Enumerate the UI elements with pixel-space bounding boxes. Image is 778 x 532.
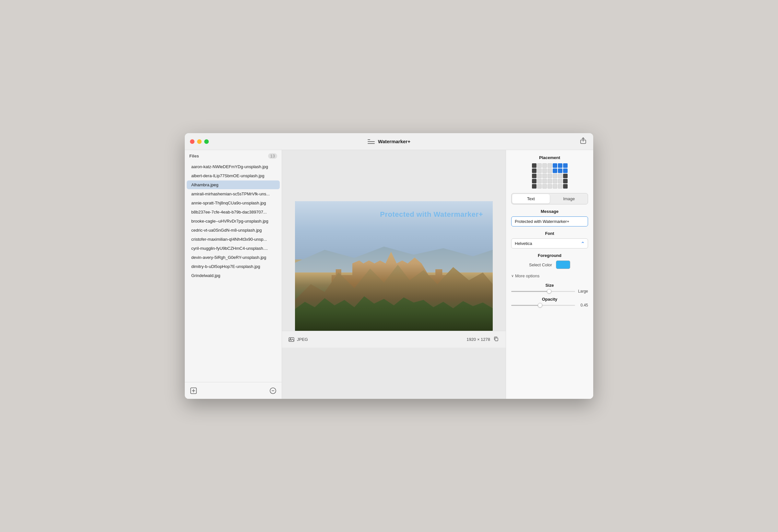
list-item[interactable]: cedric-vt-ua0SnGdN-m8-unsplash.jpg: [187, 226, 280, 235]
files-count: 13: [268, 153, 277, 159]
color-row: Select Color: [511, 261, 588, 269]
remove-file-button[interactable]: [269, 387, 277, 394]
list-item[interactable]: amirali-mirhashemian-sc5sTPMrVfk-uns...: [187, 189, 280, 198]
grid-cell-3-6[interactable]: [558, 174, 562, 178]
watermark-type-toggle: Text Image: [511, 193, 588, 204]
grid-cell-4-3[interactable]: [542, 179, 547, 183]
opacity-slider-container: 0.45: [511, 303, 588, 307]
grid-cell-1-2[interactable]: [537, 163, 542, 168]
grid-cell-4-6[interactable]: [558, 179, 562, 183]
slider-section: Size Large Opacity 0.45: [511, 283, 588, 307]
color-swatch[interactable]: [556, 261, 570, 269]
chevron-down-icon: ∨: [511, 274, 514, 278]
size-slider[interactable]: [511, 291, 575, 292]
list-item[interactable]: albert-dera-ILip77SbmOE-unsplash.jpg: [187, 171, 280, 180]
sidebar-toggle-icon[interactable]: [368, 139, 375, 144]
grid-cell-5-2[interactable]: [537, 184, 542, 189]
message-input[interactable]: [511, 216, 588, 227]
grid-cell-4-5[interactable]: [553, 179, 557, 183]
image-dimensions: 1920 × 1278: [466, 336, 499, 343]
grid-cell-1-5[interactable]: [553, 163, 557, 168]
grid-cell-4-1[interactable]: [532, 179, 537, 183]
sidebar: Files 13 aaron-katz-NWleDEFmYDg-unsplash…: [185, 150, 282, 399]
add-file-button[interactable]: [190, 387, 197, 394]
image-type-icon: [289, 337, 294, 343]
files-label: Files: [189, 154, 199, 159]
list-item[interactable]: dimitry-b-uDl5opHop7E-unsplash.jpg: [187, 262, 280, 271]
file-type-label: JPEG: [297, 337, 308, 342]
grid-cell-3-2[interactable]: [537, 174, 542, 178]
grid-cell-3-3[interactable]: [542, 174, 547, 178]
minimize-button[interactable]: [197, 139, 202, 144]
grid-cell-5-3[interactable]: [542, 184, 547, 189]
titlebar: Watermarker+: [185, 133, 593, 150]
list-item[interactable]: annie-spratt-Thj8nqCUa9o-unsplash.jpg: [187, 199, 280, 207]
more-options-toggle[interactable]: ∨ More options: [511, 273, 588, 278]
grid-cell-4-2[interactable]: [537, 179, 542, 183]
grid-cell-4-7[interactable]: [563, 179, 568, 183]
size-label: Size: [511, 283, 588, 288]
grid-cell-1-1[interactable]: [532, 163, 537, 168]
text-tab[interactable]: Text: [512, 194, 550, 203]
list-item[interactable]: cyril-mugglin-fyU9bCZHmC4-unsplash....: [187, 244, 280, 253]
grid-cell-3-1[interactable]: [532, 174, 537, 178]
grid-cell-2-6[interactable]: [558, 169, 562, 173]
sidebar-footer: [185, 382, 282, 399]
file-list[interactable]: aaron-katz-NWleDEFmYDg-unsplash.jpg albe…: [185, 161, 282, 382]
grid-cell-5-5[interactable]: [553, 184, 557, 189]
grid-cell-1-7[interactable]: [563, 163, 568, 168]
app-window: Watermarker+ Files 13 aaron-katz-NWleDEF…: [185, 133, 593, 399]
opacity-slider-row: Opacity 0.45: [511, 297, 588, 307]
placement-grid[interactable]: [532, 163, 568, 189]
select-color-label: Select Color: [529, 262, 552, 267]
image-container: Protected with Watermarker+: [295, 201, 493, 331]
preview-image: Protected with Watermarker+: [295, 201, 493, 331]
grid-cell-2-2[interactable]: [537, 169, 542, 173]
more-options-label: More options: [515, 273, 539, 278]
grid-cell-5-1[interactable]: [532, 184, 537, 189]
list-item-selected[interactable]: Alhambra.jpeg: [187, 180, 280, 189]
font-select[interactable]: Helvetica Arial Times New Roman Georgia …: [511, 239, 588, 249]
font-section: Font Helvetica Arial Times New Roman Geo…: [511, 231, 588, 249]
share-button[interactable]: [578, 136, 588, 147]
dimensions-label: 1920 × 1278: [466, 337, 490, 342]
grid-cell-4-4[interactable]: [548, 179, 552, 183]
list-item[interactable]: devin-avery-5iRgh_G0eRY-unsplash.jpg: [187, 253, 280, 262]
list-item[interactable]: b8b237ee-7cfe-4eab-b79b-dac389707...: [187, 208, 280, 216]
svg-rect-10: [289, 338, 294, 342]
grid-cell-2-5[interactable]: [553, 169, 557, 173]
placement-section: Placement: [511, 155, 588, 189]
grid-cell-5-6[interactable]: [558, 184, 562, 189]
list-item[interactable]: cristofer-maximilian-qI4Nh4t3x90-unsp...: [187, 235, 280, 244]
grid-cell-1-4[interactable]: [548, 163, 552, 168]
grid-cell-1-6[interactable]: [558, 163, 562, 168]
list-item[interactable]: brooke-cagle--uHVRvDr7pg-unsplash.jpg: [187, 217, 280, 226]
grid-cell-2-3[interactable]: [542, 169, 547, 173]
foreground-section: Foreground Select Color: [511, 253, 588, 269]
opacity-slider[interactable]: [511, 305, 575, 306]
font-select-wrapper: Helvetica Arial Times New Roman Georgia …: [511, 239, 588, 249]
close-button[interactable]: [190, 139, 194, 144]
preview-statusbar: JPEG 1920 × 1278: [282, 331, 506, 348]
opacity-label: Opacity: [511, 297, 588, 302]
svg-point-11: [290, 338, 291, 339]
grid-cell-3-4[interactable]: [548, 174, 552, 178]
size-display: Large: [578, 289, 588, 293]
size-slider-container: Large: [511, 289, 588, 293]
copy-dimensions-button[interactable]: [493, 336, 499, 343]
image-tab[interactable]: Image: [550, 193, 588, 204]
font-label: Font: [511, 231, 588, 236]
maximize-button[interactable]: [204, 139, 209, 144]
message-section: Message: [511, 209, 588, 227]
grid-cell-2-7[interactable]: [563, 169, 568, 173]
list-item[interactable]: Grindelwald.jpg: [187, 271, 280, 280]
grid-cell-5-7[interactable]: [563, 184, 568, 189]
grid-cell-3-7[interactable]: [563, 174, 568, 178]
grid-cell-2-1[interactable]: [532, 169, 537, 173]
grid-cell-2-4[interactable]: [548, 169, 552, 173]
grid-cell-5-4[interactable]: [548, 184, 552, 189]
grid-cell-1-3[interactable]: [542, 163, 547, 168]
list-item[interactable]: aaron-katz-NWleDEFmYDg-unsplash.jpg: [187, 162, 280, 171]
grid-cell-3-5[interactable]: [553, 174, 557, 178]
placement-title: Placement: [511, 155, 588, 160]
